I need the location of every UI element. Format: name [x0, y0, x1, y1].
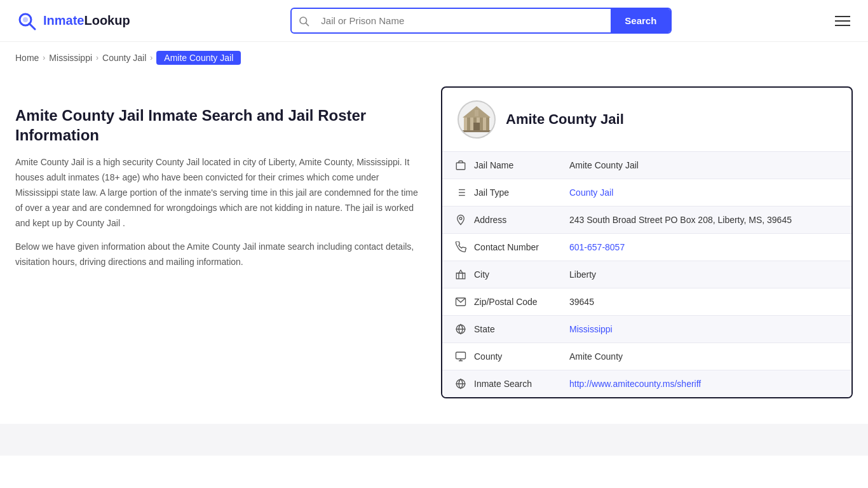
state-value: Mississippi	[569, 324, 839, 334]
info-row-jail-name: Jail Name Amite County Jail	[442, 152, 851, 179]
contact-link[interactable]: 601-657-8057	[569, 242, 625, 252]
breadcrumb-home[interactable]: Home	[15, 53, 39, 63]
address-label: Address	[474, 215, 569, 225]
location-icon	[455, 214, 474, 226]
jail-type-label: Jail Type	[474, 187, 569, 198]
site-header: InmateLookup Search	[0, 0, 868, 42]
info-row-inmate-search: Inmate Search http://www.amitecounty.ms/…	[442, 370, 851, 397]
list-icon	[455, 187, 474, 198]
hamburger-line-3	[835, 25, 850, 26]
hamburger-line-2	[835, 20, 850, 22]
description-paragraph-2: Below we have given information about th…	[15, 240, 422, 270]
info-table: Jail Name Amite County Jail	[442, 152, 851, 397]
jail-info-card: Amite County Jail Jail Name Amite County…	[441, 86, 853, 398]
jail-avatar	[458, 100, 496, 139]
hamburger-menu-button[interactable]	[832, 13, 853, 29]
zip-value: 39645	[569, 297, 839, 307]
svg-rect-8	[480, 118, 483, 132]
svg-line-1	[29, 24, 35, 29]
svg-point-22	[459, 217, 462, 220]
footer-bar	[0, 424, 868, 456]
address-value: 243 South Broad Street PO Box 208, Liber…	[569, 215, 839, 225]
left-column: Amite County Jail Inmate Search and Jail…	[15, 86, 422, 398]
breadcrumb-chevron-2: ›	[96, 53, 98, 62]
description-paragraph-1: Amite County Jail is a high security Cou…	[15, 155, 422, 231]
jail-card-title: Amite County Jail	[506, 111, 624, 128]
hamburger-line-1	[835, 16, 850, 17]
jail-type-link[interactable]: County Jail	[569, 187, 613, 198]
logo-text: InmateLookup	[43, 13, 130, 28]
county-value: Amite County	[569, 351, 839, 362]
svg-line-4	[306, 23, 309, 25]
jail-name-label: Jail Name	[474, 160, 569, 170]
svg-rect-11	[473, 123, 480, 132]
city-icon	[455, 269, 474, 280]
info-row-address: Address 243 South Broad Street PO Box 20…	[442, 207, 851, 234]
city-label: City	[474, 269, 569, 280]
search-web-icon	[455, 378, 474, 390]
info-row-city: City Liberty	[442, 261, 851, 288]
search-input[interactable]	[316, 9, 611, 32]
zip-icon	[455, 296, 474, 308]
search-icon-wrap	[292, 15, 316, 27]
info-row-county: County Amite County	[442, 343, 851, 370]
inmate-search-link[interactable]: http://www.amitecounty.ms/sheriff	[569, 379, 701, 389]
page-heading: Amite County Jail Inmate Search and Jail…	[15, 105, 422, 145]
search-icon	[298, 15, 309, 27]
info-row-jail-type: Jail Type County Jail	[442, 179, 851, 207]
zip-label: Zip/Postal Code	[474, 297, 569, 307]
breadcrumb-mississippi[interactable]: Mississippi	[49, 53, 92, 63]
breadcrumb: Home › Mississippi › County Jail › Amite…	[0, 42, 868, 74]
jail-name-value: Amite County Jail	[569, 160, 839, 170]
courthouse-icon	[461, 104, 492, 135]
search-button[interactable]: Search	[611, 9, 670, 32]
inmate-search-value: http://www.amitecounty.ms/sheriff	[569, 379, 839, 389]
county-icon	[455, 351, 474, 362]
county-label: County	[474, 351, 569, 362]
contact-label: Contact Number	[474, 242, 569, 252]
main-content: Amite County Jail Inmate Search and Jail…	[0, 74, 868, 424]
breadcrumb-active: Amite County Jail	[156, 51, 241, 65]
contact-value: 601-657-8057	[569, 242, 839, 252]
building-icon	[455, 159, 474, 171]
breadcrumb-chevron-3: ›	[150, 53, 153, 62]
info-row-contact: Contact Number 601-657-8057	[442, 234, 851, 261]
state-label: State	[474, 324, 569, 334]
svg-rect-6	[467, 118, 470, 132]
breadcrumb-chevron-1: ›	[43, 53, 45, 62]
right-column: Amite County Jail Jail Name Amite County…	[441, 86, 853, 398]
logo-link[interactable]: InmateLookup	[15, 10, 130, 32]
svg-rect-14	[456, 163, 465, 170]
jail-card-header: Amite County Jail	[442, 88, 851, 152]
city-value: Liberty	[569, 269, 839, 280]
inmate-search-label: Inmate Search	[474, 379, 569, 389]
svg-rect-13	[475, 110, 478, 116]
state-link[interactable]: Mississippi	[569, 324, 613, 334]
search-area: Search	[290, 8, 672, 34]
svg-rect-27	[456, 352, 466, 359]
search-wrapper: Search	[290, 8, 672, 34]
svg-rect-12	[463, 130, 491, 132]
svg-point-2	[23, 17, 28, 22]
svg-rect-23	[456, 273, 465, 279]
svg-rect-9	[486, 118, 489, 132]
jail-type-value: County Jail	[569, 187, 839, 198]
globe-icon	[455, 323, 474, 335]
info-row-zip: Zip/Postal Code 39645	[442, 288, 851, 316]
logo-icon	[15, 10, 38, 32]
info-row-state: State Mississippi	[442, 316, 851, 343]
phone-icon	[455, 241, 474, 253]
breadcrumb-county-jail[interactable]: County Jail	[102, 53, 146, 63]
